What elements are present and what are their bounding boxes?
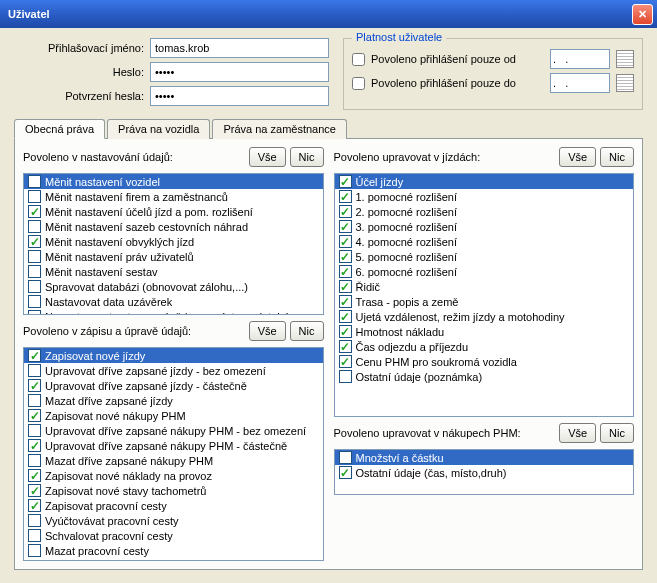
checkbox-icon[interactable] [28, 220, 41, 233]
list-item[interactable]: Spravovat databázi (obnovovat zálohu,...… [24, 279, 323, 294]
list-item[interactable]: Schvalovat pracovní cesty [24, 528, 323, 543]
list-item[interactable]: Zapisovat nové stavy tachometrů [24, 483, 323, 498]
checkbox-icon[interactable] [339, 310, 352, 323]
checkbox-icon[interactable] [28, 295, 41, 308]
list-item[interactable]: 5. pomocné rozlišení [335, 249, 634, 264]
password-input[interactable] [150, 62, 329, 82]
validity-from-date[interactable] [550, 49, 610, 69]
checkbox-icon[interactable] [339, 295, 352, 308]
list-item[interactable]: Měnit nastavení účelů jízd a pom. rozliš… [24, 204, 323, 219]
checkbox-icon[interactable] [28, 364, 41, 377]
list-item[interactable]: Mazat dříve zapsané nákupy PHM [24, 453, 323, 468]
checkbox-icon[interactable] [28, 190, 41, 203]
list-item[interactable]: Mazat dříve zapsané jízdy [24, 393, 323, 408]
list-item[interactable]: 2. pomocné rozlišení [335, 204, 634, 219]
list-item[interactable]: Zapisovat nové nákupy PHM [24, 408, 323, 423]
list-item[interactable]: Upravovat dříve zapsané jízdy - bez omez… [24, 363, 323, 378]
checkbox-icon[interactable] [28, 379, 41, 392]
list-item[interactable]: Upravovat dříve zapsané nákupy PHM - bez… [24, 423, 323, 438]
section1-list[interactable]: Měnit nastavení vozidelMěnit nastavení f… [23, 173, 324, 315]
checkbox-icon[interactable] [339, 370, 352, 383]
list-item[interactable]: Účel jízdy [335, 174, 634, 189]
section1-all-button[interactable]: Vše [249, 147, 286, 167]
section2-all-button[interactable]: Vše [249, 321, 286, 341]
checkbox-icon[interactable] [28, 499, 41, 512]
validity-to-checkbox[interactable] [352, 77, 365, 90]
list-item[interactable]: Upravovat dříve zapsané nákupy PHM - čás… [24, 438, 323, 453]
username-input[interactable] [150, 38, 329, 58]
tab-employee-rights[interactable]: Práva na zaměstnance [212, 119, 347, 139]
checkbox-icon[interactable] [339, 325, 352, 338]
checkbox-icon[interactable] [339, 340, 352, 353]
checkbox-icon[interactable] [28, 310, 41, 315]
section2-list[interactable]: Zapisovat nové jízdyUpravovat dříve zaps… [23, 347, 324, 561]
confirm-input[interactable] [150, 86, 329, 106]
list-item[interactable]: 6. pomocné rozlišení [335, 264, 634, 279]
section3-all-button[interactable]: Vše [559, 147, 596, 167]
close-button[interactable]: ✕ [632, 4, 653, 25]
checkbox-icon[interactable] [28, 439, 41, 452]
section4-list[interactable]: Množství a částkuOstatní údaje (čas, mís… [334, 449, 635, 495]
list-item[interactable]: 3. pomocné rozlišení [335, 219, 634, 234]
tab-general-rights[interactable]: Obecná práva [14, 119, 105, 139]
list-item[interactable]: Měnit nastavení firem a zaměstnanců [24, 189, 323, 204]
checkbox-icon[interactable] [28, 544, 41, 557]
list-item[interactable]: Zapisovat nové jízdy [24, 348, 323, 363]
validity-to-date[interactable] [550, 73, 610, 93]
checkbox-icon[interactable] [28, 394, 41, 407]
list-item[interactable]: Zapisovat nové náklady na provoz [24, 468, 323, 483]
checkbox-icon[interactable] [339, 451, 352, 464]
list-item[interactable]: Měnit nastavení sestav [24, 264, 323, 279]
checkbox-icon[interactable] [28, 349, 41, 362]
section4-all-button[interactable]: Vše [559, 423, 596, 443]
list-item[interactable]: 4. pomocné rozlišení [335, 234, 634, 249]
list-item[interactable]: Řidič [335, 279, 634, 294]
checkbox-icon[interactable] [339, 466, 352, 479]
checkbox-icon[interactable] [339, 205, 352, 218]
list-item[interactable]: Nastavovat data uzávěrek [24, 294, 323, 309]
checkbox-icon[interactable] [28, 454, 41, 467]
section3-list[interactable]: Účel jízdy1. pomocné rozlišení2. pomocné… [334, 173, 635, 417]
checkbox-icon[interactable] [28, 424, 41, 437]
list-item[interactable]: Ostatní údaje (čas, místo,druh) [335, 465, 634, 480]
checkbox-icon[interactable] [28, 235, 41, 248]
list-item[interactable]: Zapisovat pracovní cesty [24, 498, 323, 513]
checkbox-icon[interactable] [28, 265, 41, 278]
checkbox-icon[interactable] [339, 250, 352, 263]
list-item[interactable]: Cenu PHM pro soukromá vozidla [335, 354, 634, 369]
calendar-icon[interactable] [616, 74, 634, 92]
validity-from-checkbox[interactable] [352, 53, 365, 66]
section4-none-button[interactable]: Nic [600, 423, 634, 443]
checkbox-icon[interactable] [28, 529, 41, 542]
list-item[interactable]: Měnit nastavení práv uživatelů [24, 249, 323, 264]
list-item[interactable]: Hmotnost nákladu [335, 324, 634, 339]
list-item[interactable]: Ostatní údaje (poznámka) [335, 369, 634, 384]
list-item[interactable]: Upravovat dříve zapsané jízdy - částečně [24, 378, 323, 393]
list-item[interactable]: Měnit nastavení vozidel [24, 174, 323, 189]
list-item[interactable]: Měnit nastavení sazeb cestovních náhrad [24, 219, 323, 234]
section2-none-button[interactable]: Nic [290, 321, 324, 341]
list-item[interactable]: Mazat pracovní cesty [24, 543, 323, 558]
checkbox-icon[interactable] [339, 265, 352, 278]
checkbox-icon[interactable] [28, 484, 41, 497]
checkbox-icon[interactable] [339, 220, 352, 233]
list-item[interactable]: Trasa - popis a země [335, 294, 634, 309]
checkbox-icon[interactable] [339, 190, 352, 203]
list-item[interactable]: Vyúčtovávat pracovní cesty [24, 513, 323, 528]
list-item[interactable]: Množství a částku [335, 450, 634, 465]
list-item[interactable]: Čas odjezdu a příjezdu [335, 339, 634, 354]
section1-none-button[interactable]: Nic [290, 147, 324, 167]
checkbox-icon[interactable] [28, 514, 41, 527]
checkbox-icon[interactable] [339, 280, 352, 293]
list-item[interactable]: Ujetá vzdálenost, režim jízdy a motohodi… [335, 309, 634, 324]
checkbox-icon[interactable] [339, 355, 352, 368]
checkbox-icon[interactable] [339, 235, 352, 248]
checkbox-icon[interactable] [28, 175, 41, 188]
checkbox-icon[interactable] [339, 175, 352, 188]
list-item[interactable]: Nenastavovat autom. uzávěrku po výstupu … [24, 309, 323, 315]
checkbox-icon[interactable] [28, 250, 41, 263]
section3-none-button[interactable]: Nic [600, 147, 634, 167]
list-item[interactable]: Měnit nastavení obvyklých jízd [24, 234, 323, 249]
checkbox-icon[interactable] [28, 409, 41, 422]
checkbox-icon[interactable] [28, 469, 41, 482]
